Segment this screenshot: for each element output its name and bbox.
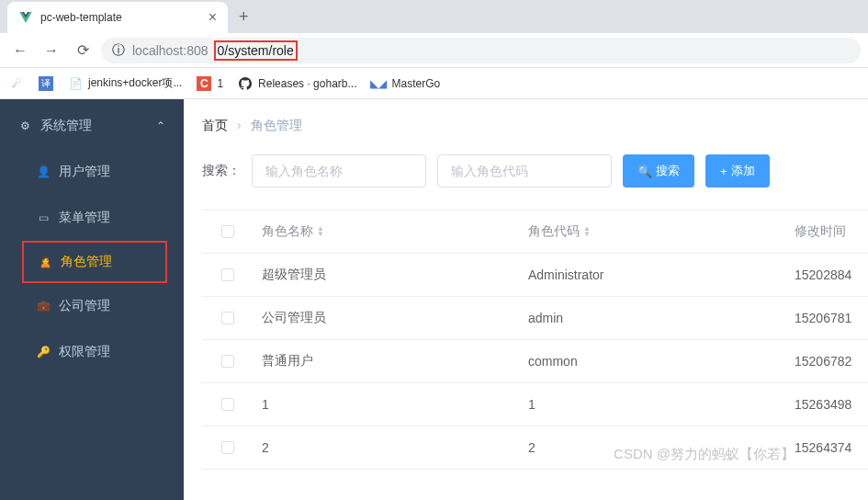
browser-tab[interactable]: pc-web-template × (7, 2, 228, 33)
vue-favicon-icon (18, 10, 33, 25)
breadcrumb-current: 角色管理 (251, 118, 302, 134)
tab-title: pc-web-template (40, 11, 122, 24)
menu-group-label: 系统管理 (40, 118, 92, 134)
c-icon: C (197, 76, 211, 91)
chevron-up-icon: ⌃ (156, 119, 165, 132)
row-checkbox[interactable] (221, 355, 234, 368)
sidebar-item-user[interactable]: 👤 用户管理 (0, 149, 184, 195)
row-checkbox[interactable] (221, 268, 234, 281)
main-content: 首页 › 角色管理 搜索： 🔍 搜索 + 添加 角色名称▲▼ 角色代码▲▼ 修改… (184, 99, 868, 500)
github-icon (238, 76, 253, 91)
table-row: 超级管理员 Administrator 15202884 (202, 254, 868, 297)
new-tab-button[interactable]: + (228, 7, 260, 27)
info-icon: ⓘ (112, 42, 125, 59)
mastergo-icon: ◣◢ (371, 76, 386, 91)
translate-icon: 译 (39, 76, 53, 91)
bookmark-item[interactable]: Releases · goharb... (238, 76, 356, 91)
sidebar-item-menu[interactable]: ▭ 菜单管理 (0, 195, 184, 241)
menu-icon: ▭ (37, 211, 50, 224)
row-checkbox[interactable] (221, 441, 234, 454)
address-bar[interactable]: ⓘ localhost:8080/system/role (101, 38, 861, 63)
bookmark-item[interactable]: ☄ (9, 76, 24, 91)
close-tab-icon[interactable]: × (209, 9, 217, 26)
col-header-code[interactable]: 角色代码▲▼ (528, 223, 795, 240)
search-button[interactable]: 🔍 搜索 (623, 154, 694, 188)
filter-row: 搜索： 🔍 搜索 + 添加 (202, 154, 868, 188)
gear-icon: ⚙ (18, 119, 31, 132)
url-path-highlight: 0/system/role (214, 40, 298, 61)
row-checkbox[interactable] (221, 398, 234, 411)
tab-bar: pc-web-template × + (0, 0, 868, 33)
add-button[interactable]: + 添加 (705, 154, 770, 188)
sidebar-item-company[interactable]: 💼 公司管理 (0, 283, 184, 329)
select-all-checkbox[interactable] (221, 225, 234, 238)
chevron-right-icon: › (237, 118, 242, 134)
table-row: 2 2 15264374 (202, 426, 868, 470)
plus-icon: + (720, 165, 727, 178)
filter-label: 搜索： (202, 163, 241, 179)
paw-icon: ☄ (9, 76, 24, 91)
role-name-input[interactable] (252, 154, 426, 188)
table-row: 普通用户 common 15206782 (202, 340, 868, 383)
forward-button[interactable]: → (39, 38, 64, 63)
bookmark-item[interactable]: 译 (39, 76, 53, 91)
sort-icon: ▲▼ (317, 226, 324, 237)
bookmark-bar: ☄ 译 📄jenkins+docker项... C1 Releases · go… (0, 68, 868, 99)
sort-icon: ▲▼ (583, 226, 591, 237)
breadcrumb: 首页 › 角色管理 (202, 118, 868, 134)
user-icon: 👤 (37, 165, 50, 178)
briefcase-icon: 💼 (37, 300, 50, 312)
role-icon: 🙎 (39, 256, 51, 268)
bookmark-item[interactable]: 📄jenkins+docker项... (68, 75, 182, 91)
table-header-row: 角色名称▲▼ 角色代码▲▼ 修改时间 (202, 210, 868, 254)
role-table: 角色名称▲▼ 角色代码▲▼ 修改时间 超级管理员 Administrator 1… (202, 210, 868, 470)
row-checkbox[interactable] (221, 312, 234, 324)
bookmark-item[interactable]: C1 (197, 76, 223, 91)
sidebar-item-permission[interactable]: 🔑 权限管理 (0, 329, 184, 375)
reload-button[interactable]: ⟳ (70, 38, 96, 63)
menu-group-system[interactable]: ⚙ 系统管理 ⌃ (0, 103, 184, 149)
role-code-input[interactable] (437, 154, 612, 188)
sidebar-item-role[interactable]: 🙎 角色管理 (22, 241, 167, 283)
table-row: 公司管理员 admin 15206781 (202, 297, 868, 340)
col-header-name[interactable]: 角色名称▲▼ (253, 223, 528, 240)
url-host: localhost:808 (132, 43, 209, 58)
page-icon: 📄 (68, 76, 83, 91)
back-button[interactable]: ← (7, 38, 33, 63)
col-header-time[interactable]: 修改时间 (795, 223, 868, 240)
key-icon: 🔑 (37, 346, 50, 358)
bookmark-item[interactable]: ◣◢MasterGo (371, 76, 440, 91)
breadcrumb-home[interactable]: 首页 (202, 118, 228, 134)
search-icon: 🔍 (637, 165, 652, 178)
sidebar: ⚙ 系统管理 ⌃ 👤 用户管理 ▭ 菜单管理 🙎 角色管理 💼 公司管理 🔑 权… (0, 99, 184, 500)
table-row: 1 1 15263498 (202, 383, 868, 426)
